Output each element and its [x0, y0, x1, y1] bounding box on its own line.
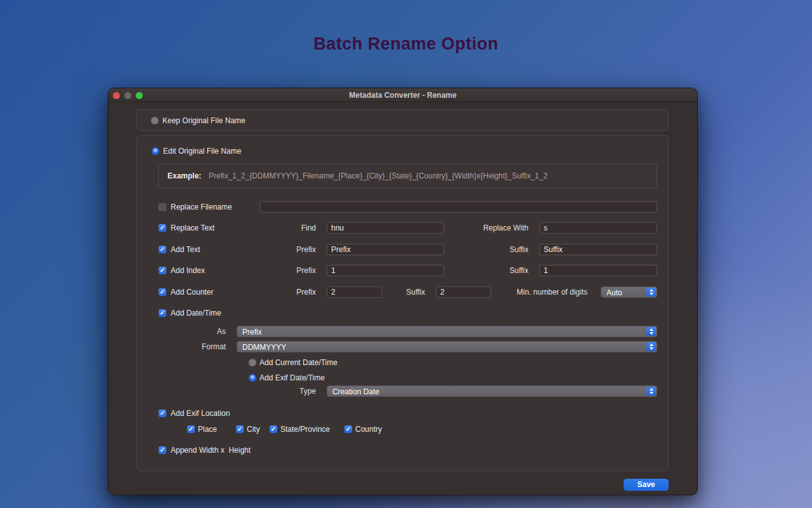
state-province-checkbox[interactable] [270, 425, 277, 433]
add-text-prefix-label: Prefix [252, 244, 316, 255]
edit-original-radio[interactable] [152, 147, 159, 155]
save-button[interactable]: Save [624, 479, 669, 491]
format-dropdown[interactable]: DDMMYYYY [237, 341, 657, 352]
stepper-icon [646, 288, 656, 297]
add-counter-suffix-input[interactable] [436, 286, 491, 298]
add-index-checkbox[interactable] [159, 267, 166, 274]
add-index-label: Add Index [171, 265, 205, 276]
as-label: As [162, 326, 226, 337]
replace-filename-label: Replace Filename [171, 202, 232, 212]
place-label: Place [198, 424, 217, 434]
type-dropdown[interactable]: Creation Date [327, 385, 657, 397]
add-text-prefix-input[interactable] [327, 244, 444, 255]
city-label: City [247, 424, 260, 434]
stepper-icon [646, 327, 656, 336]
add-index-suffix-label: Suffix [465, 265, 528, 276]
replace-filename-checkbox[interactable] [159, 203, 166, 211]
keep-original-radio[interactable] [151, 117, 159, 124]
format-value: DDMMYYYY [242, 342, 286, 352]
city-checkbox[interactable] [236, 425, 244, 433]
add-text-suffix-label: Suffix [465, 244, 528, 255]
example-box: Example: Prefix_1_2_{DDMMYYYY}_Filename_… [158, 164, 657, 189]
add-index-prefix-label: Prefix [252, 265, 316, 276]
add-exif-location-label: Add Exif Location [171, 408, 230, 418]
min-digits-value: Auto [606, 288, 622, 298]
replace-with-input[interactable] [539, 222, 657, 234]
add-exif-location-checkbox[interactable] [159, 410, 166, 417]
keep-original-panel: Keep Original File Name [136, 109, 669, 131]
metadata-converter-rename-window: Metadata Converter - Rename Keep Origina… [108, 88, 698, 495]
window-title: Metadata Converter - Rename [108, 88, 697, 102]
exif-datetime-radio[interactable] [249, 374, 256, 382]
append-wh-label: Append Width x Height [171, 445, 251, 455]
state-province-label: State/Province [280, 424, 330, 434]
add-counter-label: Add Counter [171, 287, 213, 297]
replace-with-label: Replace With [465, 223, 528, 233]
add-text-label: Add Text [171, 244, 200, 255]
append-wh-checkbox[interactable] [159, 446, 166, 454]
keep-original-label: Keep Original File Name [162, 116, 246, 126]
current-datetime-label: Add Current Date/Time [259, 358, 337, 368]
replace-text-checkbox[interactable] [159, 224, 166, 232]
add-datetime-checkbox[interactable] [159, 309, 166, 317]
as-dropdown[interactable]: Prefix [237, 326, 657, 337]
exif-datetime-label: Add Exif Date/Time [259, 373, 325, 383]
min-digits-label: Min. number of digits [489, 287, 587, 297]
place-checkbox[interactable] [187, 425, 195, 433]
type-label: Type [252, 386, 316, 396]
add-counter-checkbox[interactable] [159, 288, 166, 296]
replace-text-label: Replace Text [171, 223, 214, 233]
add-counter-prefix-label: Prefix [252, 287, 316, 297]
example-value: Prefix_1_2_{DDMMYYYY}_Filename_{Place}_{… [209, 171, 547, 180]
page-title: Batch Rename Option [0, 34, 812, 54]
add-text-suffix-input[interactable] [539, 244, 657, 255]
as-value: Prefix [242, 327, 262, 337]
country-checkbox[interactable] [344, 425, 352, 433]
type-value: Creation Date [332, 387, 379, 397]
stepper-icon [646, 342, 656, 351]
add-index-prefix-input[interactable] [327, 265, 444, 276]
find-label: Find [252, 223, 316, 233]
add-index-suffix-input[interactable] [539, 265, 657, 276]
add-counter-suffix-label: Suffix [362, 287, 425, 297]
edit-original-label: Edit Original File Name [163, 146, 241, 156]
country-label: Country [355, 424, 382, 434]
format-label: Format [162, 342, 226, 352]
min-digits-dropdown[interactable]: Auto [601, 286, 657, 298]
current-datetime-radio[interactable] [249, 359, 256, 366]
stepper-icon [646, 387, 656, 396]
add-text-checkbox[interactable] [159, 246, 166, 253]
replace-filename-input[interactable] [259, 201, 657, 213]
example-label: Example: [167, 171, 201, 180]
add-datetime-label: Add Date/Time [171, 308, 221, 318]
find-input[interactable] [327, 222, 444, 234]
window-titlebar: Metadata Converter - Rename [108, 88, 697, 102]
